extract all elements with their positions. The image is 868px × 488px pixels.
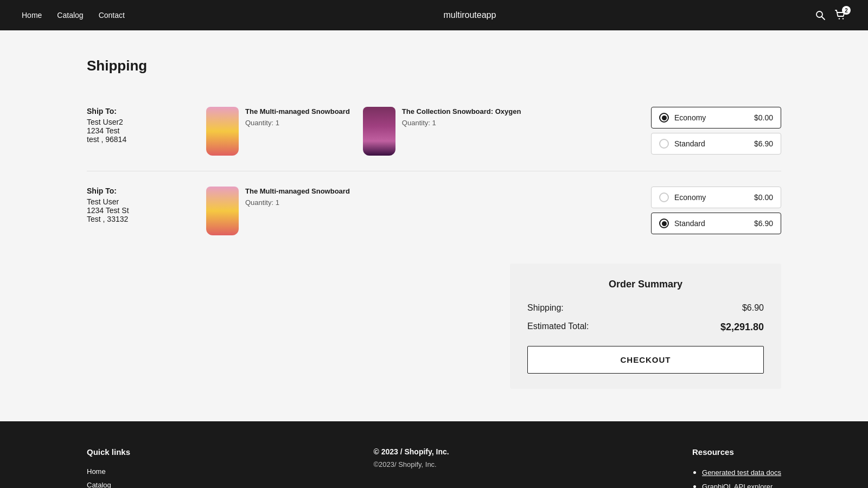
product-img-0-1 (363, 107, 395, 156)
shipping-options-1: Economy $0.00 Standard $6.90 (651, 187, 781, 234)
ship-to-block-1: Ship To: Test User 1234 Test St Test , 3… (87, 187, 206, 223)
copyright-line2: ©2023/ Shopify, Inc. (373, 460, 449, 468)
shipping-label: Shipping: (527, 303, 564, 313)
ship-to-addr-0: 1234 Test (87, 126, 206, 135)
radio-circle-1-1 (659, 219, 669, 228)
resource-link-1[interactable]: GraphiQL API explorer (702, 483, 773, 488)
footer-quick-links: Quick links Home Catalog Contact (87, 447, 130, 488)
radio-circle-1-0 (659, 192, 669, 202)
page-title: Shipping (87, 57, 781, 74)
copyright-line1: © 2023 / Shopify, Inc. (373, 447, 449, 456)
order-summary-wrap: Order Summary Shipping: $6.90 Estimated … (87, 264, 781, 389)
total-value: $2,291.80 (720, 322, 764, 333)
svg-point-2 (839, 18, 840, 19)
resource-link-0[interactable]: Generated test data docs (702, 468, 781, 477)
shipping-value: $6.90 (742, 303, 764, 313)
ship-to-city-0: test , 96814 (87, 135, 206, 144)
total-label: Estimated Total: (527, 322, 589, 333)
footer-link-home[interactable]: Home (87, 467, 130, 476)
product-name-1-0: The Multi-managed Snowboard (245, 187, 350, 196)
product-img-0-0 (206, 107, 239, 156)
search-icon[interactable] (815, 10, 826, 21)
products-block-0: The Multi-managed Snowboard Quantity: 1 … (206, 107, 651, 156)
ship-to-label-1: Ship To: (87, 187, 206, 195)
option-label-0-1: Standard (674, 139, 705, 148)
site-logo: multirouteapp (443, 10, 496, 20)
cart-count: 2 (842, 6, 851, 15)
nav-home[interactable]: Home (22, 11, 42, 20)
shipping-option-1-0[interactable]: Economy $0.00 (651, 187, 781, 208)
ship-to-label-0: Ship To: (87, 107, 206, 115)
product-img-1-0 (206, 187, 239, 235)
product-qty-0-0: Quantity: 1 (245, 119, 350, 127)
svg-point-3 (843, 18, 844, 19)
header-nav: Home Catalog Contact (22, 11, 125, 20)
product-qty-0-1: Quantity: 1 (402, 119, 521, 127)
option-price-0-0: $0.00 (754, 113, 773, 122)
shipping-option-0-0[interactable]: Economy $0.00 (651, 107, 781, 129)
product-name-0-0: The Multi-managed Snowboard (245, 107, 350, 117)
option-label-1-1: Standard (674, 219, 705, 228)
ship-to-name-1: Test User (87, 197, 206, 206)
resources-heading: Resources (692, 447, 781, 457)
shipping-options-0: Economy $0.00 Standard $6.90 (651, 107, 781, 155)
footer-link-catalog[interactable]: Catalog (87, 481, 130, 488)
option-label-0-0: Economy (674, 113, 706, 122)
shipping-row-summary: Shipping: $6.90 (527, 303, 764, 313)
footer-resources: Resources Generated test data docs Graph… (692, 447, 781, 488)
option-left-0-1: Standard (659, 139, 705, 149)
option-price-0-1: $6.90 (754, 139, 773, 148)
order-summary: Order Summary Shipping: $6.90 Estimated … (510, 264, 781, 389)
option-label-1-0: Economy (674, 193, 706, 202)
product-item-1-0: The Multi-managed Snowboard Quantity: 1 (206, 187, 350, 235)
header: Home Catalog Contact multirouteapp 2 (0, 0, 868, 30)
products-block-1: The Multi-managed Snowboard Quantity: 1 (206, 187, 651, 235)
ship-to-addr-1: 1234 Test St (87, 206, 206, 215)
option-left-1-0: Economy (659, 192, 706, 202)
quick-links-heading: Quick links (87, 447, 130, 457)
product-info-0-0: The Multi-managed Snowboard Quantity: 1 (245, 107, 350, 127)
footer: Quick links Home Catalog Contact © 2023 … (0, 421, 868, 488)
svg-line-1 (821, 17, 825, 20)
option-left-0-0: Economy (659, 113, 706, 123)
shipping-option-0-1[interactable]: Standard $6.90 (651, 133, 781, 155)
ship-to-block-0: Ship To: Test User2 1234 Test test , 968… (87, 107, 206, 144)
option-left-1-1: Standard (659, 219, 705, 228)
ship-to-name-0: Test User2 (87, 118, 206, 126)
option-price-1-0: $0.00 (754, 193, 773, 202)
summary-title: Order Summary (527, 279, 764, 290)
header-icons: 2 (815, 9, 846, 21)
ship-to-city-1: Test , 33132 (87, 215, 206, 223)
resources-links: Generated test data docs GraphiQL API ex… (692, 467, 781, 488)
product-name-0-1: The Collection Snowboard: Oxygen (402, 107, 521, 117)
shipping-option-1-1[interactable]: Standard $6.90 (651, 213, 781, 234)
option-price-1-1: $6.90 (754, 219, 773, 228)
main-content: Shipping Ship To: Test User2 1234 Test t… (0, 30, 868, 421)
checkout-button[interactable]: CHECKOUT (527, 346, 764, 374)
product-qty-1-0: Quantity: 1 (245, 198, 350, 207)
cart-icon[interactable]: 2 (834, 9, 846, 21)
product-item-0-1: The Collection Snowboard: Oxygen Quantit… (363, 107, 521, 156)
nav-contact[interactable]: Contact (99, 11, 125, 20)
radio-circle-0-1 (659, 139, 669, 149)
product-info-1-0: The Multi-managed Snowboard Quantity: 1 (245, 187, 350, 207)
footer-copyright: © 2023 / Shopify, Inc. ©2023/ Shopify, I… (373, 447, 449, 488)
shipping-row-1: Ship To: Test User 1234 Test St Test , 3… (87, 171, 781, 251)
nav-catalog[interactable]: Catalog (57, 11, 83, 20)
product-item-0-0: The Multi-managed Snowboard Quantity: 1 (206, 107, 350, 156)
shipping-row-0: Ship To: Test User2 1234 Test test , 968… (87, 92, 781, 171)
radio-circle-0-0 (659, 113, 669, 123)
shipping-section: Ship To: Test User2 1234 Test test , 968… (87, 92, 781, 251)
product-info-0-1: The Collection Snowboard: Oxygen Quantit… (402, 107, 521, 127)
total-row-summary: Estimated Total: $2,291.80 (527, 322, 764, 333)
